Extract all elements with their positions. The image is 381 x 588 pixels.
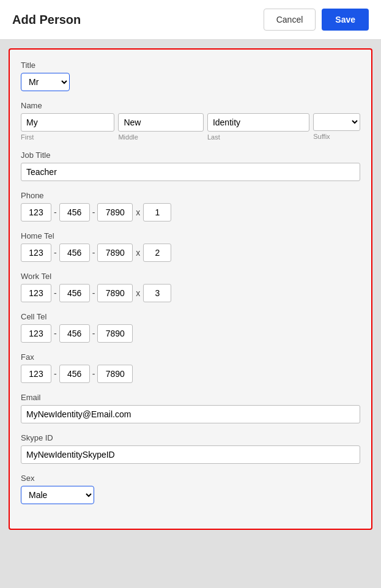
- name-suffix-sublabel: Suffix: [313, 133, 360, 140]
- page-title: Add Person: [12, 13, 81, 27]
- hometel-x: x: [133, 248, 143, 258]
- worktel-ext-input[interactable]: [143, 284, 171, 302]
- name-last-input[interactable]: [207, 113, 309, 132]
- name-middle-col: Middle: [118, 113, 203, 141]
- title-label: Title: [21, 61, 360, 70]
- phone-label: Phone: [21, 191, 360, 200]
- name-first-sublabel: First: [21, 133, 114, 141]
- name-first-input[interactable]: [21, 113, 114, 132]
- celltel-area-input[interactable]: [21, 324, 51, 343]
- hometel-label: Home Tel: [21, 231, 360, 240]
- skype-input[interactable]: [21, 445, 360, 464]
- fax-sep-2: -: [90, 369, 98, 379]
- worktel-prefix-input[interactable]: [59, 284, 90, 302]
- fax-field-group: Fax - -: [21, 352, 360, 383]
- sex-label: Sex: [21, 474, 360, 483]
- title-field-group: Title Mr Mrs Ms Dr Prof: [21, 61, 360, 91]
- hometel-sep-1: -: [51, 248, 59, 258]
- worktel-x: x: [133, 288, 143, 298]
- name-row: First Middle Last Jr Sr II III Suffix: [21, 113, 360, 141]
- phone-sep-2: -: [90, 207, 98, 217]
- fax-area-input[interactable]: [21, 365, 51, 383]
- hometel-row: - - x: [21, 244, 360, 262]
- hometel-area-input[interactable]: [21, 244, 51, 262]
- celltel-sep-1: -: [51, 329, 59, 338]
- name-middle-sublabel: Middle: [118, 133, 203, 141]
- sex-field-group: Sex Male Female Other: [21, 474, 360, 504]
- add-person-form: Title Mr Mrs Ms Dr Prof Name First Middl…: [9, 48, 372, 530]
- name-middle-input[interactable]: [118, 113, 203, 132]
- phone-area-input[interactable]: [21, 203, 51, 221]
- worktel-label: Work Tel: [21, 272, 360, 281]
- hometel-ext-input[interactable]: [143, 244, 171, 262]
- phone-x: x: [133, 207, 143, 217]
- skype-field-group: Skype ID: [21, 433, 360, 464]
- skype-label: Skype ID: [21, 433, 360, 442]
- fax-row: - -: [21, 365, 360, 383]
- phone-row: - - x: [21, 203, 360, 221]
- phone-ext-input[interactable]: [143, 203, 171, 221]
- hometel-sep-2: -: [90, 248, 98, 258]
- hometel-prefix-input[interactable]: [59, 244, 90, 262]
- phone-line-input[interactable]: [97, 203, 133, 221]
- email-field-group: Email: [21, 393, 360, 423]
- name-last-col: Last: [207, 113, 309, 141]
- fax-label: Fax: [21, 352, 360, 362]
- celltel-row: - -: [21, 324, 360, 343]
- job-title-input[interactable]: [21, 163, 360, 181]
- page-header: Add Person Cancel Save: [0, 0, 381, 40]
- phone-prefix-input[interactable]: [59, 203, 90, 221]
- name-last-sublabel: Last: [207, 133, 309, 141]
- worktel-sep-1: -: [51, 288, 59, 298]
- celltel-label: Cell Tel: [21, 312, 360, 321]
- fax-line-input[interactable]: [97, 365, 133, 383]
- header-actions: Cancel Save: [264, 9, 369, 31]
- cancel-button[interactable]: Cancel: [264, 9, 316, 31]
- worktel-sep-2: -: [90, 288, 98, 298]
- worktel-area-input[interactable]: [21, 284, 51, 302]
- fax-sep-1: -: [51, 369, 59, 379]
- name-suffix-select[interactable]: Jr Sr II III: [313, 113, 360, 131]
- hometel-field-group: Home Tel - - x: [21, 231, 360, 262]
- fax-prefix-input[interactable]: [59, 365, 90, 383]
- celltel-sep-2: -: [90, 329, 98, 338]
- celltel-line-input[interactable]: [97, 324, 133, 343]
- email-label: Email: [21, 393, 360, 402]
- save-button[interactable]: Save: [322, 9, 369, 31]
- phone-sep-1: -: [51, 207, 59, 217]
- worktel-line-input[interactable]: [97, 284, 133, 302]
- email-input[interactable]: [21, 405, 360, 423]
- job-title-field-group: Job Title: [21, 151, 360, 181]
- name-field-group: Name First Middle Last Jr Sr II III: [21, 101, 360, 141]
- name-suffix-col: Jr Sr II III Suffix: [313, 113, 360, 140]
- worktel-field-group: Work Tel - - x: [21, 272, 360, 302]
- name-label: Name: [21, 101, 360, 110]
- celltel-prefix-input[interactable]: [59, 324, 90, 343]
- title-select[interactable]: Mr Mrs Ms Dr Prof: [21, 73, 70, 91]
- hometel-line-input[interactable]: [97, 244, 133, 262]
- name-first-col: First: [21, 113, 114, 141]
- job-title-label: Job Title: [21, 151, 360, 160]
- celltel-field-group: Cell Tel - -: [21, 312, 360, 343]
- sex-select[interactable]: Male Female Other: [21, 486, 94, 504]
- phone-field-group: Phone - - x: [21, 191, 360, 221]
- worktel-row: - - x: [21, 284, 360, 302]
